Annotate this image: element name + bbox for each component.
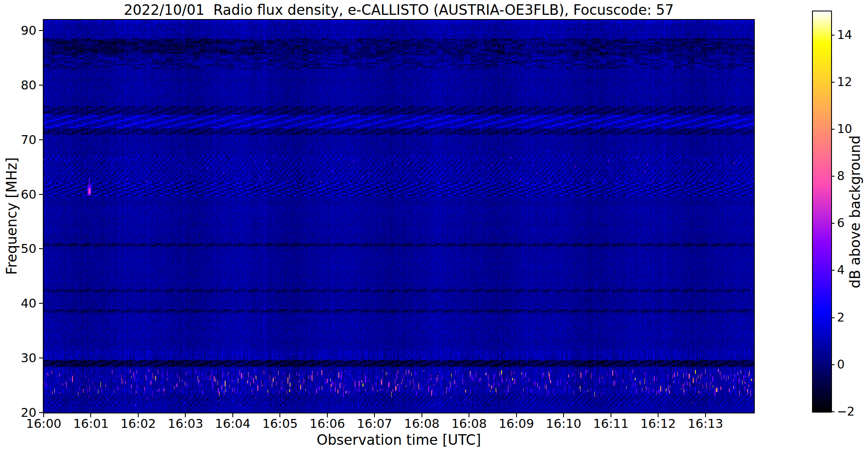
colorbar-tick-mark [831,411,835,412]
colorbar-tick-mark [831,176,835,177]
x-tick-label: 16:13 [676,416,735,431]
colorbar-tick-label: 12 [837,75,868,89]
x-axis-label: Observation time [UTC] [44,432,754,448]
y-tick-mark [39,358,43,358]
colorbar-tick-label: 10 [837,122,868,136]
chart-title: 2022/10/01 Radio flux density, e-CALLIST… [44,2,754,18]
colorbar-tick-mark [831,35,835,36]
colorbar-tick-label: 2 [837,311,868,324]
y-tick-label: 40 [3,296,36,311]
y-tick-mark [39,248,43,249]
y-tick-label: 20 [3,405,36,420]
y-tick-mark [39,303,43,304]
y-tick-label: 30 [3,351,36,365]
plot-area [43,19,755,413]
colorbar-tick-label: 0 [837,358,868,372]
y-tick-label: 90 [3,23,36,38]
y-tick-mark [39,139,43,140]
spectrogram-figure: 2022/10/01 Radio flux density, e-CALLIST… [0,0,868,452]
colorbar-tick-mark [831,317,835,318]
y-tick-label: 70 [3,133,36,147]
y-tick-mark [39,412,43,413]
colorbar-tick-mark [831,364,835,365]
colorbar-tick-mark [831,129,835,130]
colorbar-label: dB above background [847,136,863,288]
spectrogram-canvas [44,20,754,413]
colorbar-tick-mark [831,223,835,224]
y-tick-label: 80 [3,78,36,92]
colorbar-tick-label: 14 [837,28,868,42]
colorbar-tick-mark [831,270,835,271]
colorbar-tick-label: −2 [837,405,868,419]
y-axis-label: Frequency [MHz] [3,157,20,275]
y-tick-mark [39,85,43,86]
colorbar [812,11,832,413]
y-tick-mark [39,194,43,195]
colorbar-canvas [813,11,831,412]
y-tick-mark [39,30,43,31]
colorbar-tick-mark [831,82,835,83]
